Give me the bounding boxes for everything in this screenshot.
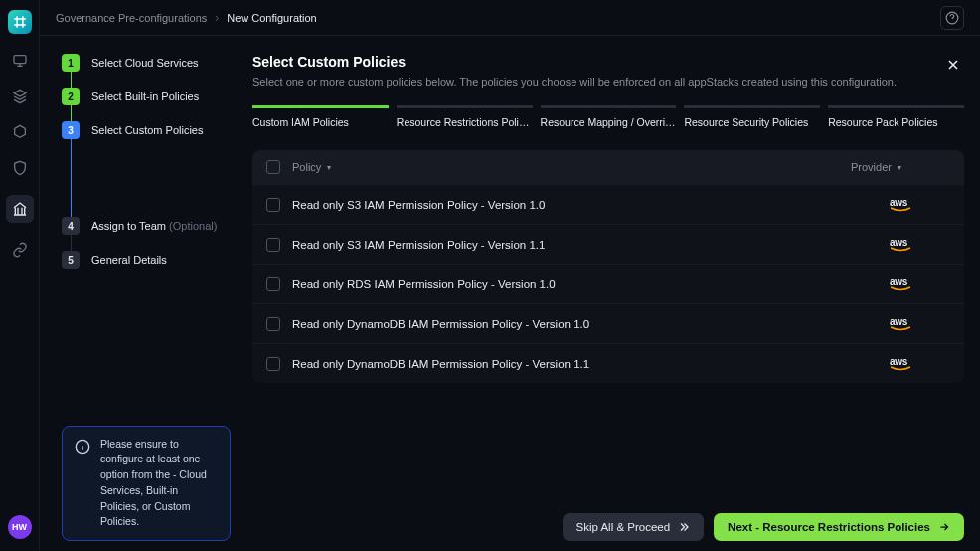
tab-resource-mapping[interactable]: Resource Mapping / Override [541, 105, 677, 136]
nav-link-icon[interactable] [11, 241, 29, 259]
chevron-down-icon: ▾ [327, 163, 331, 172]
avatar[interactable]: HW [8, 515, 32, 539]
next-button[interactable]: Next - Resource Restrictions Policies [714, 513, 964, 541]
app-logo[interactable] [8, 10, 32, 34]
tab-resource-pack[interactable]: Resource Pack Policies [828, 105, 964, 136]
step-custom-policies[interactable]: 3 Select Custom Policies [62, 121, 231, 139]
info-icon [75, 439, 90, 455]
policy-tabs: Custom IAM Policies Resource Restriction… [252, 105, 964, 136]
panel-title: Select Custom Policies [252, 54, 897, 70]
svg-rect-0 [14, 56, 26, 64]
table-row[interactable]: Read only RDS IAM Permission Policy - Ve… [252, 264, 964, 303]
table-row[interactable]: Read only DynamoDB IAM Permission Policy… [252, 343, 964, 383]
nav-monitor-icon[interactable] [11, 52, 29, 70]
row-checkbox[interactable] [266, 357, 280, 371]
tab-resource-restrictions[interactable]: Resource Restrictions Policies [397, 105, 533, 136]
close-icon[interactable] [942, 54, 964, 76]
row-checkbox[interactable] [266, 238, 280, 252]
step-cloud-services[interactable]: 1 Select Cloud Services [62, 54, 231, 72]
step-assign-team[interactable]: 4 Assign to Team (Optional) [62, 217, 231, 235]
row-checkbox[interactable] [266, 198, 280, 212]
breadcrumb-parent[interactable]: Governance Pre-configurations [56, 12, 207, 24]
provider-aws-icon: aws [851, 197, 950, 212]
column-policy[interactable]: Policy ▾ [292, 161, 851, 173]
help-button[interactable] [940, 6, 964, 30]
provider-aws-icon: aws [851, 356, 950, 371]
nav-governance-icon[interactable] [6, 195, 34, 223]
nav-hexagon-icon[interactable] [11, 123, 29, 141]
tab-resource-security[interactable]: Resource Security Policies [684, 105, 820, 136]
chevron-right-icon: › [215, 11, 219, 25]
step-builtin-policies[interactable]: 2 Select Built-in Policies [62, 88, 231, 105]
double-chevron-right-icon [678, 521, 690, 533]
provider-aws-icon: aws [851, 276, 950, 291]
table-row[interactable]: Read only DynamoDB IAM Permission Policy… [252, 303, 964, 343]
row-checkbox[interactable] [266, 277, 280, 291]
chevron-down-icon: ▾ [898, 163, 901, 172]
info-callout: Please ensure to configure at least one … [62, 426, 231, 542]
policies-table: Policy ▾ Provider ▾ Read only S3 IAM Per… [252, 150, 964, 383]
provider-aws-icon: aws [851, 316, 950, 331]
breadcrumb-current: New Configuration [227, 12, 317, 24]
tab-custom-iam[interactable]: Custom IAM Policies [252, 105, 389, 136]
panel-subtitle: Select one or more custom policies below… [252, 76, 897, 88]
table-row[interactable]: Read only S3 IAM Permission Policy - Ver… [252, 184, 964, 224]
table-row[interactable]: Read only S3 IAM Permission Policy - Ver… [252, 224, 964, 264]
wizard-stepper: 1 Select Cloud Services 2 Select Built-i… [62, 54, 231, 541]
nav-rail: HW [0, 0, 40, 551]
select-all-checkbox[interactable] [266, 160, 280, 174]
step-general-details[interactable]: 5 General Details [62, 251, 231, 269]
nav-layers-icon[interactable] [11, 88, 29, 105]
nav-shield-icon[interactable] [11, 159, 29, 177]
arrow-right-icon [938, 521, 950, 533]
row-checkbox[interactable] [266, 317, 280, 331]
column-provider[interactable]: Provider ▾ [851, 161, 950, 173]
skip-button[interactable]: Skip All & Proceed [563, 513, 705, 541]
topbar: Governance Pre-configurations › New Conf… [40, 0, 980, 36]
provider-aws-icon: aws [851, 237, 950, 252]
